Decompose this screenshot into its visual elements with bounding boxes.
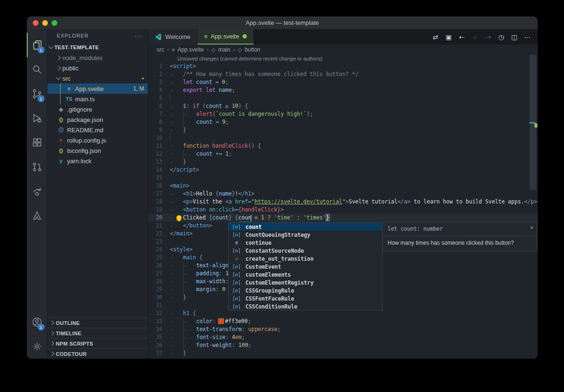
line-number: 8 [148, 118, 170, 126]
line-number: 25 [148, 254, 170, 262]
activity-item-run-debug[interactable] [27, 106, 47, 130]
code-line-12[interactable]: 12count += 1; [148, 150, 538, 158]
panel-header-codetour[interactable]: CODETOUR [47, 348, 148, 359]
symbol-keyword-icon: ≣ [230, 240, 243, 245]
file-tree-item-package-json[interactable]: {}package.json [47, 114, 148, 125]
chevron-right-icon [50, 321, 54, 325]
file-tree-item-public[interactable]: public [47, 63, 148, 73]
activity-item-accounts[interactable]: 1 [27, 310, 47, 334]
line-number: 23 [148, 238, 170, 246]
suggestion-cssgroupingrule[interactable]: [⊘]CSSGroupingRule [229, 286, 382, 294]
activity-item-settings[interactable] [27, 334, 47, 359]
activity-item-azure[interactable] [27, 204, 47, 228]
code-line-18[interactable]: 18<p>Visit the <a href="https://svelte.d… [148, 198, 538, 206]
breadcrumb-item-app-svelte[interactable]: App.svelte [177, 46, 204, 53]
lightbulb-icon[interactable] [176, 215, 182, 220]
suggestion-continue[interactable]: ≣continue [229, 239, 382, 247]
code-line-5[interactable]: 5 [148, 94, 538, 102]
code-line-36[interactable]: 36font-weight: 100; [148, 341, 538, 349]
suggestion-countqueuingstrategy[interactable]: [⊘]CountQueuingStrategy [229, 231, 382, 239]
code-line-6[interactable]: 6$: if (count ≥ 10) { [148, 102, 538, 110]
activity-item-search[interactable] [27, 57, 47, 82]
activity-item-pull-requests[interactable] [27, 155, 47, 179]
suggestion-cssconditionrule[interactable]: [⊘]CSSConditionRule [229, 302, 382, 310]
suggestion-customevent[interactable]: [⊘]CustomEvent [229, 263, 382, 271]
close-icon[interactable]: × [530, 224, 534, 231]
suggestion-count[interactable]: [⊘]count [229, 223, 382, 231]
file-icon: y [57, 158, 65, 164]
file-tree-item-main-ts[interactable]: TSmain.ts [47, 94, 148, 104]
previous-change-icon[interactable]: ⇠ [456, 31, 467, 43]
line-content: $: if (count ≥ 10) { [170, 102, 538, 110]
tab-app-svelte[interactable]: ≡ App.svelte [198, 29, 254, 45]
code-editor[interactable]: Unsaved changes (cannot determine recent… [148, 55, 538, 359]
file-label: main.ts [75, 96, 95, 103]
code-line-9[interactable]: 9} [148, 126, 538, 134]
code-line-32[interactable]: 32h1 { [148, 309, 538, 317]
code-line-4[interactable]: 4export let name; [148, 86, 538, 94]
suggestion-create_out_transition[interactable]: ◇create_out_transition [229, 255, 382, 263]
breadcrumb-item-button[interactable]: button [244, 46, 260, 53]
chevron-down-icon [49, 45, 53, 49]
file-tree-item-rollup-config-js[interactable]: rrollup.config.js [47, 135, 148, 145]
panel-header-outline[interactable]: OUTLINE [47, 317, 148, 328]
panel-header-npm-scripts[interactable]: NPM SCRIPTS [47, 338, 148, 348]
explorer-more-actions-icon[interactable]: ··· [135, 32, 142, 39]
tab-welcome[interactable]: Welcome [148, 29, 198, 45]
code-line-11[interactable]: 11function handleClick() { [148, 142, 538, 150]
code-line-1[interactable]: 1<script> [148, 62, 538, 70]
code-line-16[interactable]: 16<main> [148, 182, 538, 190]
compare-changes-icon[interactable]: ⇄ [430, 31, 441, 43]
file-tree-item-src[interactable]: src● [47, 73, 148, 83]
code-line-7[interactable]: 7alert(`count is dangerously high!`); [148, 110, 538, 118]
editor-pane: Welcome ≡ App.svelte ⇄▣⇠○⇢◷◫⋯ src›≡App.s… [148, 29, 538, 359]
breadcrumb-item-src[interactable]: src [157, 46, 164, 53]
file-tree-item-yarn-lock[interactable]: yyarn.lock [47, 156, 148, 166]
code-line-2[interactable]: 2/** How many times has someone clicked … [148, 70, 538, 78]
code-line-13[interactable]: 13} [148, 158, 538, 166]
line-number: 11 [148, 142, 170, 150]
activity-item-explorer[interactable]: 1 [27, 33, 47, 57]
line-number: 20 [148, 214, 170, 222]
code-line-3[interactable]: 3let count = 0; [148, 78, 538, 86]
code-line-33[interactable]: 33color: #ff3e00; [148, 317, 538, 325]
code-line-14[interactable]: 14</script> [148, 166, 538, 174]
code-line-17[interactable]: 17<h1>Hello {name}!</h1> [148, 190, 538, 198]
code-line-19[interactable]: 19<button on:click={handleClick}> [148, 206, 538, 214]
file-tree-item-app-svelte[interactable]: ≡App.svelte1, M [47, 83, 148, 94]
project-root-folder[interactable]: TEST-TEMPLATE [47, 42, 148, 53]
code-line-34[interactable]: 34text-transform: uppercase; [148, 325, 538, 333]
file-label: src [62, 75, 70, 82]
code-line-10[interactable]: 10 [148, 134, 538, 142]
code-line-8[interactable]: 8count = 9; [148, 118, 538, 126]
code-line-37[interactable]: 37} [148, 349, 538, 357]
split-editor-icon[interactable]: ◫ [509, 31, 520, 43]
file-tree-item-tsconfig-json[interactable]: {}tsconfig.json [47, 145, 148, 156]
panel-header-timeline[interactable]: TIMELINE [47, 328, 148, 338]
suggestion-cssfontfacerule[interactable]: [⊘]CSSFontFaceRule [229, 294, 382, 302]
file-tree-item-readme-md[interactable]: ⓘREADME.md [47, 125, 148, 135]
suggestion-label: count [245, 224, 262, 230]
file-tree-item--gitignore[interactable]: ◆.gitignore [47, 104, 148, 114]
line-number: 14 [148, 166, 170, 174]
file-tree-item-node-modules[interactable]: node_modules [47, 53, 148, 63]
activity-item-source-control[interactable]: 1 [27, 82, 47, 106]
more-actions-icon[interactable]: ⋯ [522, 31, 533, 43]
open-changes-icon[interactable]: ▣ [443, 31, 454, 43]
activity-item-live-share[interactable] [27, 179, 47, 204]
line-number: 31 [148, 302, 170, 309]
file-history-icon[interactable]: ◷ [495, 31, 507, 43]
code-line-20[interactable]: 20Clicked {count} {coun ≡ 1 ? 'time' : '… [148, 214, 538, 222]
suggestion-customelements[interactable]: [⊘]customElements [229, 271, 382, 279]
line-number: 10 [148, 134, 170, 142]
activity-item-extensions[interactable] [27, 130, 47, 155]
breadcrumb-item-main[interactable]: main [218, 46, 230, 53]
suggestion-customelementregistry[interactable]: [⊘]CustomElementRegistry [229, 279, 382, 286]
code-line-15[interactable]: 15 [148, 174, 538, 182]
line-content: text-transform: uppercase; [170, 325, 538, 333]
code-line-35[interactable]: 35font-size: 4em; [148, 333, 538, 341]
line-content: export let name; [170, 86, 538, 94]
suggestion-constantsourcenode[interactable]: [⊘]ConstantSourceNode [229, 247, 382, 255]
line-number: 22 [148, 230, 170, 238]
file-label: node_modules [62, 54, 102, 61]
